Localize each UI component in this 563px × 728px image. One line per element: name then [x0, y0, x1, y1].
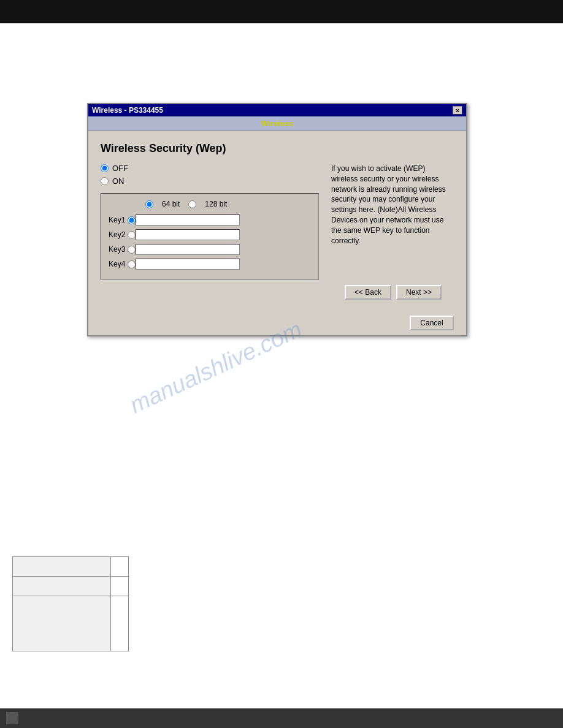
- key-panel: 64 bit 128 bit Key1: [101, 193, 319, 280]
- key2-radio[interactable]: [128, 231, 136, 239]
- table-cell-right: [111, 596, 129, 651]
- dialog-header-band: Wireless: [88, 116, 466, 131]
- bit64-label: 64 bit: [162, 200, 180, 208]
- table-row: [13, 577, 129, 596]
- close-button[interactable]: ×: [453, 106, 462, 115]
- header-band-label: Wireless: [261, 119, 293, 128]
- key3-input[interactable]: [136, 244, 240, 255]
- table-cell-left: [13, 557, 111, 577]
- bit-selection-row: 64 bit 128 bit: [109, 200, 311, 208]
- radio-128bit[interactable]: [188, 200, 196, 208]
- help-text: If you wish to activate (WEP) wireless s…: [331, 164, 446, 245]
- dialog-window: Wireless - PS334455 × Wireless Wireless …: [87, 103, 467, 336]
- radio-64bit[interactable]: [145, 200, 153, 208]
- main-content: Wireless - PS334455 × Wireless Wireless …: [0, 23, 563, 728]
- dialog-body: Wireless Security (Wep) OFF ON: [88, 131, 466, 316]
- key1-row: Key1: [109, 214, 311, 226]
- radio-on[interactable]: [101, 177, 109, 185]
- key3-label: Key3: [109, 245, 131, 254]
- key1-radio[interactable]: [128, 216, 136, 224]
- key4-label: Key4: [109, 260, 131, 268]
- key4-row: Key4: [109, 259, 311, 270]
- table-cell-right: [111, 577, 129, 596]
- next-button[interactable]: Next >>: [396, 285, 442, 300]
- cancel-row: Cancel: [88, 316, 466, 335]
- key3-row: Key3: [109, 244, 311, 255]
- key1-input[interactable]: [136, 214, 240, 226]
- section-title: Wireless Security (Wep): [101, 142, 454, 155]
- key2-label: Key2: [109, 230, 131, 239]
- table-cell-left: [13, 577, 111, 596]
- radio-off[interactable]: [101, 164, 109, 172]
- table-row: [13, 596, 129, 651]
- cancel-button[interactable]: Cancel: [410, 316, 454, 330]
- radio-off-row: OFF: [101, 164, 319, 173]
- key4-input[interactable]: [136, 259, 240, 270]
- bottom-strip-square: [6, 712, 18, 724]
- key2-row: Key2: [109, 229, 311, 240]
- radio-off-label: OFF: [112, 164, 128, 173]
- key3-radio[interactable]: [128, 246, 136, 254]
- back-button[interactable]: << Back: [345, 285, 391, 300]
- key2-input[interactable]: [136, 229, 240, 240]
- table-cell-right: [111, 557, 129, 577]
- radio-on-label: ON: [112, 176, 124, 186]
- radio-on-row: ON: [101, 176, 319, 186]
- two-col-layout: OFF ON 64 bit: [101, 164, 454, 280]
- table-row: [13, 557, 129, 577]
- security-radio-group: OFF ON: [101, 164, 319, 186]
- key4-radio[interactable]: [128, 260, 136, 268]
- bottom-strip: [0, 708, 563, 728]
- dialog-titlebar: Wireless - PS334455 ×: [88, 104, 466, 116]
- bit128-label: 128 bit: [205, 200, 227, 208]
- dialog-footer: << Back Next >>: [101, 280, 454, 307]
- key1-label: Key1: [109, 216, 131, 224]
- right-column-help: If you wish to activate (WEP) wireless s…: [331, 164, 454, 280]
- top-bar: [0, 0, 563, 23]
- dialog-title: Wireless - PS334455: [92, 106, 163, 115]
- left-column: OFF ON 64 bit: [101, 164, 319, 280]
- bottom-table: [12, 556, 129, 651]
- table-cell-left: [13, 596, 111, 651]
